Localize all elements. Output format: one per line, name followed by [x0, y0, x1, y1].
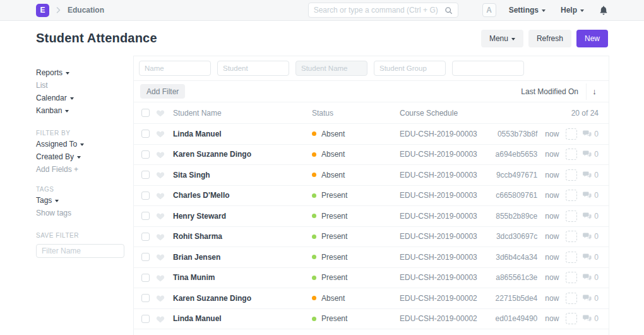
row-checkbox[interactable] [141, 192, 150, 200]
sidebar-item[interactable]: Show tags [36, 207, 133, 219]
sidebar-item[interactable]: Assigned To [36, 138, 133, 150]
like-heart-icon[interactable] [156, 315, 165, 323]
breadcrumb[interactable]: Education [68, 6, 104, 15]
assign-avatar-placeholder[interactable] [566, 190, 577, 201]
student-name-link[interactable]: Henry Steward [173, 212, 312, 221]
settings-menu[interactable]: Settings [509, 6, 546, 15]
table-row[interactable]: Brian Jensen Present EDU-CSH-2019-00003 … [134, 247, 609, 267]
row-meta: a865561c3e now 0 [490, 272, 599, 283]
select-all-checkbox[interactable] [141, 109, 150, 117]
student-name-link[interactable]: Karen Suzanne Dingo [173, 150, 312, 159]
filter-input-blank[interactable] [452, 61, 524, 76]
assign-avatar-placeholder[interactable] [566, 169, 577, 181]
student-name-link[interactable]: Charles D'Mello [173, 191, 312, 200]
save-filter-heading: SAVE FILTER [36, 230, 133, 240]
status-label: Absent [321, 150, 345, 159]
row-checkbox[interactable] [141, 294, 150, 302]
new-button[interactable]: New [576, 30, 608, 47]
like-filter-icon[interactable] [156, 109, 165, 117]
help-menu[interactable]: Help [561, 6, 584, 15]
row-meta: c665809761 now 0 [490, 190, 599, 201]
chevron-down-icon [511, 38, 515, 40]
student-name-link[interactable]: Karen Suzanne Dingo [173, 294, 312, 303]
status-dot [312, 173, 316, 177]
filter-name-input[interactable] [36, 244, 124, 258]
chevron-down-icon [66, 72, 69, 75]
sidebar-item[interactable]: Add Fields + [36, 163, 133, 176]
table-row[interactable]: Rohit Sharma Present EDU-CSH-2019-00003 … [134, 226, 609, 247]
like-heart-icon[interactable] [156, 192, 165, 200]
row-checkbox[interactable] [141, 315, 150, 323]
assign-avatar-placeholder[interactable] [566, 149, 577, 160]
assign-avatar-placeholder[interactable] [566, 128, 577, 140]
like-heart-icon[interactable] [156, 171, 165, 179]
add-filter-button[interactable]: Add Filter [140, 84, 185, 99]
assign-avatar-placeholder[interactable] [566, 293, 577, 304]
course-schedule-value: EDU-CSH-2019-00003 [400, 212, 490, 221]
row-checkbox[interactable] [141, 233, 150, 241]
sidebar-item-label: Reports [36, 68, 63, 77]
row-checkbox[interactable] [141, 274, 150, 282]
student-name-link[interactable]: Tina Munim [173, 273, 312, 282]
student-name-link[interactable]: Linda Manuel [173, 314, 312, 323]
sidebar-item[interactable]: Kanban [36, 104, 133, 117]
sidebar-item[interactable]: Reports [36, 66, 133, 79]
sidebar-item[interactable]: List [36, 79, 133, 92]
sidebar-item[interactable]: Calendar [36, 92, 133, 104]
student-name-link[interactable]: Rohit Sharma [173, 232, 312, 241]
sidebar-item[interactable]: Tags [36, 194, 133, 207]
filter-input-name[interactable] [139, 61, 211, 76]
student-name-link[interactable]: Brian Jensen [173, 253, 312, 262]
like-heart-icon[interactable] [156, 274, 165, 282]
filter-input-student[interactable] [217, 61, 289, 76]
comment-indicator: 0 [583, 314, 599, 323]
sidebar-item[interactable]: Created By [36, 150, 133, 163]
global-search[interactable] [308, 3, 458, 18]
table-row[interactable]: Henry Steward Present EDU-CSH-2019-00003… [134, 205, 609, 226]
like-heart-icon[interactable] [156, 130, 165, 138]
sort-direction-button[interactable]: ↓ [586, 83, 602, 100]
like-heart-icon[interactable] [156, 294, 165, 302]
assign-avatar-placeholder[interactable] [566, 272, 577, 283]
row-checkbox[interactable] [141, 253, 150, 261]
table-row[interactable]: Linda Manuel Present EDU-CSH-2019-00002 … [134, 308, 609, 329]
like-heart-icon[interactable] [156, 253, 165, 261]
table-row[interactable]: Sita Singh Absent EDU-CSH-2019-00003 9cc… [134, 164, 609, 185]
row-checkbox[interactable] [141, 171, 150, 179]
like-heart-icon[interactable] [156, 233, 165, 241]
document-id: 22715b5de4 [490, 294, 537, 303]
sidebar-item-label: List [36, 81, 48, 90]
menu-button[interactable]: Menu [481, 30, 523, 47]
comment-icon [583, 171, 592, 179]
sort-field-selector[interactable]: Last Modified On [521, 87, 578, 96]
row-checkbox[interactable] [141, 212, 150, 220]
row-checkbox[interactable] [141, 130, 150, 138]
course-schedule-value: EDU-CSH-2019-00003 [400, 253, 490, 262]
student-name-link[interactable]: Linda Manuel [173, 130, 312, 138]
table-row[interactable]: Linda Manuel Absent EDU-CSH-2019-00003 0… [134, 123, 609, 144]
student-name-link[interactable]: Sita Singh [173, 171, 312, 180]
notifications-bell-icon[interactable] [599, 6, 608, 15]
filter-input-student-name[interactable] [295, 61, 367, 76]
user-avatar[interactable]: A [482, 3, 496, 17]
assign-avatar-placeholder[interactable] [566, 313, 577, 324]
assign-avatar-placeholder[interactable] [566, 252, 577, 263]
filter-input-student-group[interactable] [374, 61, 446, 76]
assign-avatar-placeholder[interactable] [566, 210, 577, 222]
app-logo[interactable]: E [36, 4, 49, 17]
refresh-button-label: Refresh [537, 34, 563, 43]
refresh-button[interactable]: Refresh [528, 30, 571, 47]
assign-avatar-placeholder[interactable] [566, 231, 577, 242]
row-checkbox[interactable] [141, 150, 150, 159]
table-row[interactable]: Charles D'Mello Present EDU-CSH-2019-000… [134, 185, 609, 206]
table-row[interactable]: Karen Suzanne Dingo Absent EDU-CSH-2019-… [134, 144, 609, 165]
row-meta: ed01e49490 now 0 [490, 313, 599, 324]
table-row[interactable]: Karen Suzanne Dingo Absent EDU-CSH-2019-… [134, 288, 609, 308]
like-heart-icon[interactable] [156, 150, 165, 159]
comment-icon [583, 274, 592, 281]
table-row[interactable]: Tina Munim Present EDU-CSH-2019-00003 a8… [134, 267, 609, 288]
row-meta: 0553b73b8f now 0 [490, 128, 599, 140]
row-meta: a694eb5653 now 0 [490, 149, 599, 160]
like-heart-icon[interactable] [156, 212, 165, 220]
search-input[interactable] [314, 6, 444, 15]
